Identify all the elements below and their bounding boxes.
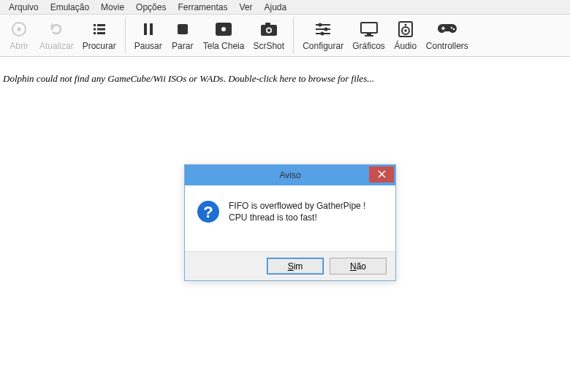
- refresh-button[interactable]: Atualizar: [35, 15, 78, 56]
- browse-button[interactable]: Procurar: [78, 15, 121, 56]
- controllers-label: Controllers: [426, 41, 468, 51]
- open-label: Abrir: [10, 41, 28, 51]
- toolbar-separator: [125, 18, 126, 53]
- svg-rect-4: [94, 28, 96, 30]
- svg-point-22: [321, 31, 324, 35]
- svg-rect-5: [97, 28, 105, 30]
- svg-rect-9: [150, 23, 153, 35]
- svg-rect-10: [178, 24, 188, 34]
- no-button[interactable]: Não: [330, 258, 387, 274]
- svg-point-20: [324, 27, 328, 31]
- svg-rect-23: [361, 23, 377, 33]
- svg-rect-14: [265, 23, 270, 26]
- svg-point-16: [267, 28, 270, 32]
- svg-rect-3: [97, 24, 105, 26]
- menu-movie[interactable]: Movie: [95, 1, 130, 13]
- menu-ajuda[interactable]: Ajuda: [258, 1, 292, 13]
- fullscreen-icon: [215, 20, 232, 38]
- pause-button[interactable]: Pausar: [130, 15, 167, 56]
- menu-ferramentas[interactable]: Ferramentas: [172, 1, 233, 13]
- stop-label: Parar: [172, 41, 193, 51]
- camera-icon: [260, 20, 278, 38]
- dialog-titlebar[interactable]: Aviso: [185, 165, 395, 185]
- stop-button[interactable]: Parar: [167, 15, 199, 56]
- menu-ver[interactable]: Ver: [233, 1, 258, 13]
- pause-icon: [141, 20, 156, 38]
- menu-opcoes[interactable]: Opções: [130, 1, 172, 13]
- controllers-button[interactable]: Controllers: [422, 15, 473, 56]
- close-button[interactable]: [369, 166, 394, 182]
- open-button[interactable]: Abrir: [3, 15, 35, 56]
- fullscreen-label: Tela Cheia: [203, 41, 245, 51]
- toolbar-group-file: Abrir Atualizar Procurar: [3, 15, 121, 56]
- sliders-icon: [314, 20, 332, 38]
- monitor-icon: [360, 20, 379, 38]
- screenshot-button[interactable]: ScrShot: [248, 15, 289, 56]
- toolbar-group-settings: Configurar Gráficos Áudio Controllers: [298, 15, 473, 56]
- close-icon: [378, 169, 386, 180]
- svg-rect-2: [94, 24, 96, 26]
- stop-icon: [176, 20, 189, 38]
- gamepad-icon: [437, 20, 457, 38]
- speaker-icon: [397, 20, 414, 38]
- yes-button[interactable]: Sim: [267, 258, 324, 274]
- disc-icon: [11, 20, 27, 38]
- graphics-button[interactable]: Gráficos: [348, 15, 390, 56]
- svg-point-31: [453, 28, 455, 30]
- refresh-icon: [48, 20, 64, 38]
- svg-rect-24: [367, 34, 371, 35]
- menu-arquivo[interactable]: Arquivo: [3, 1, 45, 13]
- empty-game-list-message: Dolphin could not find any GameCube/Wii …: [0, 57, 570, 85]
- svg-rect-33: [443, 26, 444, 30]
- dialog-message: FIFO is overflowed by GatherPipe ! CPU t…: [229, 200, 365, 239]
- svg-point-18: [319, 23, 322, 26]
- dialog-message-line1: FIFO is overflowed by GatherPipe !: [229, 200, 365, 212]
- svg-point-29: [404, 23, 406, 26]
- svg-point-12: [221, 27, 226, 31]
- menu-emulacao[interactable]: Emulação: [45, 1, 95, 13]
- svg-text:?: ?: [203, 203, 213, 221]
- list-icon: [91, 20, 107, 38]
- audio-label: Áudio: [394, 41, 417, 51]
- fullscreen-button[interactable]: Tela Cheia: [199, 15, 249, 56]
- svg-rect-7: [97, 32, 105, 34]
- svg-point-28: [404, 29, 407, 32]
- question-icon: ?: [197, 200, 220, 239]
- browse-label: Procurar: [83, 41, 116, 51]
- svg-rect-6: [94, 32, 96, 34]
- dialog-title: Aviso: [279, 170, 300, 180]
- pause-label: Pausar: [134, 41, 162, 51]
- toolbar: Abrir Atualizar Procurar Pausar: [0, 15, 570, 57]
- graphics-label: Gráficos: [352, 41, 385, 51]
- toolbar-separator: [293, 18, 294, 53]
- config-button[interactable]: Configurar: [298, 15, 348, 56]
- audio-button[interactable]: Áudio: [390, 15, 422, 56]
- config-label: Configurar: [303, 41, 343, 51]
- svg-point-1: [18, 27, 21, 31]
- toolbar-group-emulation: Pausar Parar Tela Cheia ScrShot: [130, 15, 289, 56]
- svg-point-30: [451, 26, 453, 28]
- refresh-label: Atualizar: [39, 41, 74, 51]
- warning-dialog: Aviso ? FIFO is overflowed by GatherPipe…: [184, 164, 396, 281]
- svg-rect-25: [365, 35, 373, 36]
- dialog-body: ? FIFO is overflowed by GatherPipe ! CPU…: [185, 185, 395, 251]
- menubar: Arquivo Emulação Movie Opções Ferramenta…: [0, 0, 570, 15]
- screenshot-label: ScrShot: [253, 41, 284, 51]
- svg-rect-8: [144, 23, 147, 35]
- dialog-button-row: Sim Não: [185, 251, 395, 280]
- dialog-message-line2: CPU thread is too fast!: [229, 212, 365, 223]
